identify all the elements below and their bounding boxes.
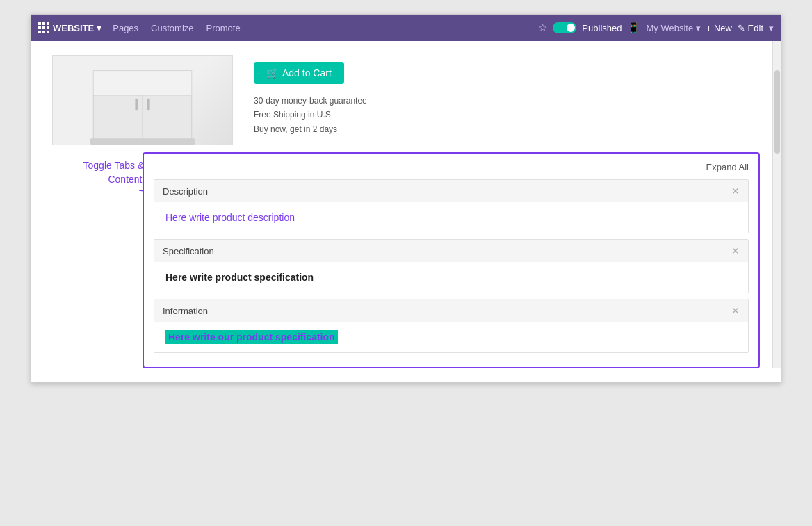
published-toggle[interactable]: [553, 22, 576, 33]
accordion-information: Information ✕ Here write our product spe…: [154, 299, 749, 353]
add-to-cart-button[interactable]: 🛒 Add to Cart: [254, 62, 344, 84]
scrollbar-thumb: [774, 70, 780, 154]
published-label: Published: [582, 23, 622, 33]
scrollbar[interactable]: [772, 41, 781, 368]
accordion-description: Description ✕ Here write product descrip…: [154, 179, 749, 233]
topbar-nav: Pages Customize Promote: [107, 20, 245, 36]
nav-promote[interactable]: Promote: [201, 20, 246, 36]
accordion-label-description: Description: [163, 186, 208, 197]
accordion-close-specification[interactable]: ✕: [731, 245, 740, 256]
svg-rect-3: [147, 99, 149, 111]
page-content: 🛒 Add to Cart 30-day money-back guarante…: [31, 41, 781, 368]
browser-frame: WEBSITE ▾ Pages Customize Promote ☆ Publ…: [31, 14, 781, 383]
nav-customize[interactable]: Customize: [145, 20, 199, 36]
toggle-knob: [567, 24, 575, 32]
accordion-header-description[interactable]: Description ✕: [154, 180, 748, 202]
cart-icon: 🛒: [266, 67, 278, 79]
svg-rect-2: [135, 99, 138, 111]
brand-logo[interactable]: WEBSITE ▾: [38, 22, 102, 34]
accordion-label-information: Information: [163, 306, 208, 316]
new-label: + New: [706, 23, 732, 33]
topbar: WEBSITE ▾ Pages Customize Promote ☆ Publ…: [31, 15, 781, 41]
shipping-line: Free Shipping in U.S.: [254, 108, 760, 122]
star-icon[interactable]: ☆: [538, 22, 547, 34]
topbar-right: ☆ Published 📱 My Website ▾ + New ✎ Edit …: [538, 22, 774, 34]
accordion-close-information[interactable]: ✕: [731, 305, 740, 316]
mobile-icon[interactable]: 📱: [627, 22, 640, 34]
brand-label: WEBSITE: [53, 23, 94, 33]
expand-all-button[interactable]: Expand All: [154, 162, 749, 172]
accordion-body-information: Here write our product specification: [154, 322, 748, 352]
product-info: 🛒 Add to Cart 30-day money-back guarante…: [254, 55, 760, 136]
product-image: [52, 55, 233, 145]
add-to-cart-label: Add to Cart: [282, 67, 332, 79]
accordion-label-specification: Specification: [163, 246, 214, 256]
edit-button[interactable]: ✎ Edit: [738, 23, 763, 33]
brand-caret: ▾: [97, 23, 102, 33]
info-highlighted-text: Here write our product specification: [165, 330, 338, 344]
svg-rect-5: [90, 138, 195, 145]
product-area: 🛒 Add to Cart 30-day money-back guarante…: [31, 41, 781, 152]
new-button[interactable]: + New: [706, 23, 732, 33]
grid-icon: [38, 22, 50, 34]
accordion-close-description[interactable]: ✕: [731, 186, 740, 197]
nav-pages[interactable]: Pages: [107, 20, 144, 36]
svg-rect-4: [93, 71, 192, 95]
my-website-label[interactable]: My Website ▾: [646, 23, 700, 33]
guarantee-line: 30-day money-back guarantee: [254, 94, 760, 108]
accordion-header-information[interactable]: Information ✕: [154, 299, 748, 322]
guarantee-text: 30-day money-back guarantee Free Shippin…: [254, 94, 760, 136]
accordion-body-description: Here write product description: [154, 202, 748, 233]
delivery-line: Buy now, get in 2 days: [254, 122, 760, 136]
tabs-container: Expand All Description ✕ Here write prod…: [143, 152, 760, 368]
accordion-body-specification: Here write product specification: [154, 262, 748, 293]
edit-label: ✎ Edit: [738, 23, 763, 33]
accordion-header-specification[interactable]: Specification ✕: [154, 240, 748, 262]
accordion-specification: Specification ✕ Here write product speci…: [154, 239, 749, 293]
more-options-icon[interactable]: ▾: [769, 23, 774, 33]
